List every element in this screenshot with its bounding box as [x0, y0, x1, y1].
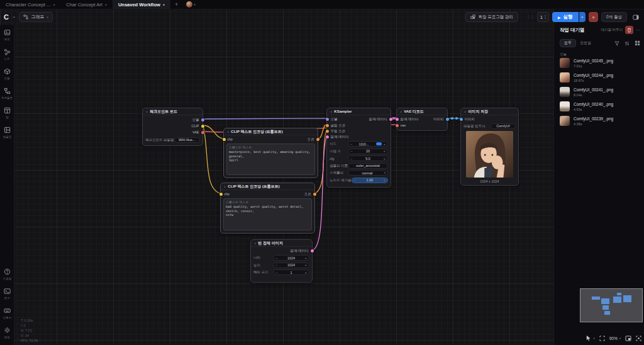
- generated-image-preview[interactable]: [466, 131, 513, 178]
- sort-icon[interactable]: [625, 41, 630, 46]
- filter-completed-button[interactable]: 완료됨: [580, 40, 591, 46]
- sidebar-item-assets[interactable]: 에셋: [0, 25, 14, 45]
- output-clip[interactable]: CLIP: [191, 123, 202, 128]
- logo-chevron-icon[interactable]: ▾: [13, 15, 15, 19]
- queue-item[interactable]: ComfyUI_00244_.png18.87s: [560, 72, 641, 82]
- zoom-level-select[interactable]: 90% ▾: [609, 336, 621, 341]
- graph-view-button[interactable]: 그래프 ▾: [19, 12, 52, 22]
- node-save-image[interactable]: ∨ 이미지 저장 이미지 파일명 접두사 ComfyUI 1024: [460, 108, 519, 186]
- queue-item[interactable]: ComfyUI_00245_.png7.91s: [560, 58, 641, 68]
- avatar[interactable]: [186, 1, 192, 8]
- tab-workflow-1[interactable]: Character Concept ...●: [0, 0, 60, 9]
- clip-port-dot[interactable]: [201, 125, 204, 128]
- input-positive[interactable]: 긍정 조건: [328, 123, 345, 128]
- filename-prefix-widget[interactable]: ComfyUI: [491, 123, 516, 129]
- batch-count-stepper[interactable]: 1 ▴▾: [537, 12, 549, 22]
- batch-size-widget[interactable]: −1+: [273, 269, 309, 275]
- node-vae-decode[interactable]: ∨ VAE 디코드 잠재 데이터 이미지 vae: [396, 108, 448, 131]
- sidebar-item-help[interactable]: 도움말: [0, 264, 14, 284]
- minimap-toggle-button[interactable]: [625, 336, 631, 341]
- sidebar-item-workflows[interactable]: 워크플로: [0, 84, 14, 103]
- node-header[interactable]: ∨ 이미지 저장: [461, 108, 518, 115]
- collapse-icon[interactable]: ∨: [330, 110, 332, 113]
- node-header[interactable]: ∨ CLIP 텍스트 인코딩 (프롬프트): [224, 128, 318, 135]
- output-conditioning[interactable]: 조건: [308, 137, 318, 142]
- queue-item[interactable]: ComfyUI_00239_.png4.38s: [560, 116, 641, 126]
- result-thumbnail[interactable]: [560, 87, 570, 97]
- queue-item[interactable]: ComfyUI_00241_.png8.04s: [560, 87, 641, 97]
- result-thumbnail[interactable]: [560, 72, 570, 82]
- positive-prompt-textarea[interactable]: 프롬프트 텍스트 masterpiece, best quality, amaz…: [226, 144, 315, 175]
- graph-minimap[interactable]: [580, 288, 643, 322]
- result-thumbnail[interactable]: [560, 116, 570, 126]
- steps-widget[interactable]: −20+: [348, 149, 388, 154]
- sidebar-item-settings[interactable]: 설정: [0, 323, 14, 342]
- sidebar-item-shortcuts[interactable]: 단축키: [0, 303, 14, 323]
- step-down-icon[interactable]: ▾: [545, 17, 546, 20]
- run-options-chevron[interactable]: ▾: [579, 12, 586, 22]
- queue-more-button[interactable]: ⋯: [636, 28, 640, 33]
- input-vae[interactable]: vae: [397, 123, 406, 128]
- output-vae[interactable]: VAE: [192, 130, 202, 135]
- output-latent[interactable]: 잠재 데이터: [290, 248, 311, 253]
- sampler-select[interactable]: euler_ancestral: [348, 163, 388, 169]
- ckpt-name-widget[interactable]: WAI-Illus...: [174, 137, 200, 143]
- result-thumbnail[interactable]: [560, 58, 570, 68]
- sidebar-item-models[interactable]: 모델: [0, 64, 14, 84]
- queue-item[interactable]: ComfyUI_00240_.png4.55s: [560, 101, 641, 111]
- filter-all-button[interactable]: 모두: [560, 39, 576, 47]
- run-button[interactable]: ▶실행: [552, 12, 579, 22]
- negative-prompt-textarea[interactable]: 프롬프트 텍스트 bad quality, worst quality, wor…: [223, 198, 312, 230]
- new-tab-button[interactable]: +: [170, 0, 182, 9]
- manage-extensions-button[interactable]: 확장 프로그램 관리: [465, 12, 518, 22]
- sidebar-item-logs[interactable]: 로그: [0, 284, 14, 303]
- focus-node-button[interactable]: [636, 336, 641, 341]
- sidebar-item-nodes[interactable]: 노드: [0, 45, 14, 64]
- output-latent[interactable]: 잠재 데이터: [369, 116, 390, 122]
- node-header[interactable]: ∨ 체크포인트 로드: [143, 108, 203, 115]
- cancel-run-button[interactable]: ×: [589, 12, 598, 22]
- node-empty-latent-image[interactable]: ∨ 빈 잠재 이미지 잠재 데이터 너비 −1024+ 높이 −1024+ 배치…: [250, 239, 313, 283]
- sidebar-item-templates[interactable]: 템플릿: [0, 123, 14, 142]
- node-header[interactable]: ∨ 빈 잠재 이미지: [251, 240, 312, 247]
- pointer-tool-button[interactable]: ▾: [586, 335, 594, 341]
- input-latent[interactable]: 잠재 데이터: [397, 116, 419, 122]
- node-header[interactable]: ∨ CLIP 텍스트 인코딩 (프롬프트): [221, 183, 314, 190]
- scheduler-select[interactable]: normal▾: [348, 170, 388, 176]
- output-conditioning[interactable]: 조건: [304, 191, 314, 196]
- collapse-icon[interactable]: ∨: [464, 110, 466, 113]
- filter-icon[interactable]: [614, 41, 619, 46]
- clear-queue-button[interactable]: [625, 26, 633, 34]
- drag-handle[interactable]: ⋮⋮: [526, 14, 534, 20]
- collapse-icon[interactable]: ∨: [400, 110, 402, 113]
- input-clip[interactable]: clip: [221, 191, 230, 196]
- avatar-chevron-icon[interactable]: ▾: [194, 3, 196, 6]
- grid-view-icon[interactable]: [635, 40, 640, 46]
- result-thumbnail[interactable]: [560, 101, 570, 111]
- output-model[interactable]: 모델: [192, 117, 203, 122]
- collapse-icon[interactable]: ∨: [227, 130, 229, 133]
- height-widget[interactable]: −1024+: [273, 263, 309, 268]
- output-image[interactable]: 이미지: [433, 116, 447, 122]
- model-port-dot[interactable]: [201, 118, 204, 122]
- sidebar-item-tabs[interactable]: 탭: [0, 103, 14, 123]
- node-load-checkpoint[interactable]: ∨ 체크포인트 로드 모델 CLIP VAE 체크포인트 파일명 WAI-Ill…: [142, 108, 203, 146]
- collapse-icon[interactable]: ∨: [146, 110, 148, 113]
- tab-workflow-2[interactable]: Char Concept Art●: [60, 0, 113, 9]
- active-jobs-button[interactable]: 0개 활성: [601, 12, 627, 22]
- node-header[interactable]: ∨ KSampler: [327, 108, 391, 115]
- node-clip-encode-negative[interactable]: ∨ CLIP 텍스트 인코딩 (프롬프트) clip 조건 프롬프트 텍스트 b…: [220, 183, 315, 234]
- input-image[interactable]: 이미지: [462, 116, 475, 122]
- node-header[interactable]: ∨ VAE 디코드: [397, 108, 447, 115]
- comfyui-logo[interactable]: C: [4, 13, 9, 21]
- node-ksampler[interactable]: ∨ KSampler 모델 잠재 데이터 긍정 조건 부정 조건 잠재 데이터 …: [326, 108, 391, 188]
- input-negative[interactable]: 부정 조건: [328, 128, 345, 133]
- width-widget[interactable]: −1024+: [273, 255, 309, 261]
- denoise-widget[interactable]: −1.00+: [352, 178, 388, 183]
- vae-port-dot[interactable]: [201, 131, 204, 134]
- toggle-panel-button[interactable]: [630, 12, 641, 22]
- collapse-icon[interactable]: ∨: [224, 185, 226, 188]
- clear-queue-label[interactable]: 대기열 비우기: [601, 28, 623, 32]
- input-latent[interactable]: 잠재 데이터: [328, 134, 349, 139]
- cfg-widget[interactable]: −5.0+: [348, 156, 388, 161]
